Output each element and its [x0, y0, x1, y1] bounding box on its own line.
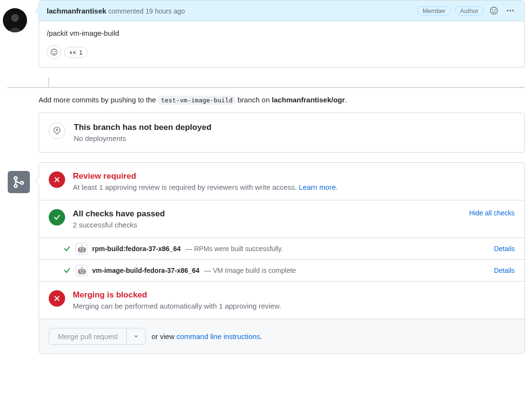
deploy-title: This branch has not been deployed — [74, 123, 211, 132]
svg-point-9 — [53, 51, 53, 52]
comment-body: /packit vm-image-build — [39, 21, 524, 45]
merge-dropdown-button[interactable] — [127, 328, 146, 345]
checks-sub: 2 successful checks — [73, 221, 165, 229]
author-avatar[interactable] — [3, 8, 27, 32]
timeline-connector — [48, 77, 532, 87]
check-success-icon — [63, 245, 71, 253]
git-merge-icon — [8, 171, 30, 193]
comment-action: commented — [108, 7, 143, 15]
svg-point-10 — [55, 51, 55, 52]
checks-title: All checks have passed — [73, 209, 165, 219]
learn-more-link[interactable]: Learn more. — [299, 183, 338, 191]
author-badge: Author — [455, 6, 484, 15]
repo-name: lachmanfrantisek/ogr — [272, 96, 345, 104]
smiley-icon[interactable] — [488, 4, 500, 17]
divider — [7, 87, 525, 88]
branch-name: test-vm-image-build — [158, 96, 236, 105]
period: . — [260, 332, 262, 340]
error-icon — [49, 290, 65, 307]
comment-time[interactable]: 19 hours ago — [146, 7, 185, 15]
blocked-sub: Merging can be performed automatically w… — [73, 302, 281, 310]
push-hint-suffix: . — [345, 96, 347, 104]
review-sub: At least 1 approving review is required … — [73, 183, 299, 191]
member-badge: Member — [417, 6, 451, 15]
checks-section: All checks have passed 2 successful chec… — [39, 200, 524, 238]
review-section: Review required At least 1 approving rev… — [39, 163, 524, 200]
svg-point-6 — [509, 10, 511, 11]
push-hint-mid: branch on — [235, 96, 272, 104]
check-name: vm-image-build-fedora-37-x86_64 — [92, 267, 200, 274]
check-success-icon — [63, 267, 71, 274]
kebab-menu-icon[interactable] — [504, 4, 517, 17]
check-desc: — VM Image build is complete — [205, 267, 296, 274]
deploy-card: This branch has not been deployed No dep… — [39, 113, 525, 153]
add-reaction-icon[interactable] — [47, 45, 61, 59]
review-title: Review required — [73, 171, 338, 181]
svg-point-12 — [14, 177, 17, 180]
check-row: 🤖 vm-image-build-fedora-37-x86_64 — VM I… — [39, 260, 524, 282]
success-icon — [49, 209, 65, 226]
comment-box: lachmanfrantisek commented 19 hours ago … — [39, 0, 525, 68]
bot-avatar-icon: 🤖 — [76, 265, 87, 276]
svg-point-11 — [56, 129, 57, 130]
eyes-reaction[interactable]: 👀 1 — [64, 47, 88, 58]
merge-pull-request-button[interactable]: Merge pull request — [49, 328, 127, 345]
blocked-section: Merging is blocked Merging can be perfor… — [39, 282, 524, 319]
eyes-emoji: 👀 — [69, 49, 77, 56]
or-view-text: or view — [151, 332, 177, 340]
push-hint: Add more commits by pushing to the test-… — [39, 96, 525, 104]
merge-card: Review required At least 1 approving rev… — [39, 162, 525, 354]
svg-point-8 — [51, 49, 57, 56]
svg-point-14 — [21, 182, 24, 184]
svg-point-3 — [492, 10, 493, 10]
chevron-down-icon — [134, 334, 138, 339]
cli-instructions-link[interactable]: command line instructions — [177, 332, 260, 340]
comment-header: lachmanfrantisek commented 19 hours ago … — [39, 0, 524, 21]
svg-point-7 — [512, 10, 514, 11]
bot-avatar-icon: 🤖 — [76, 243, 87, 255]
reaction-count: 1 — [79, 49, 82, 56]
svg-point-2 — [491, 7, 498, 14]
error-icon — [49, 171, 65, 188]
push-hint-prefix: Add more commits by pushing to the — [39, 96, 158, 104]
deploy-sub: No deployments — [74, 134, 211, 142]
merge-footer: Merge pull request or view command line … — [39, 319, 524, 354]
rocket-icon — [49, 123, 65, 139]
comment-author[interactable]: lachmanfrantisek — [47, 7, 106, 15]
check-details-link[interactable]: Details — [494, 245, 515, 253]
svg-point-4 — [495, 10, 495, 10]
check-name: rpm-build:fedora-37-x86_64 — [92, 245, 181, 253]
svg-point-5 — [507, 10, 508, 11]
svg-point-1 — [11, 14, 19, 22]
blocked-title: Merging is blocked — [73, 290, 281, 300]
svg-point-13 — [14, 184, 17, 187]
check-details-link[interactable]: Details — [494, 267, 515, 274]
check-desc: — RPMs were built successfully. — [186, 245, 283, 253]
check-row: 🤖 rpm-build:fedora-37-x86_64 — RPMs were… — [39, 238, 524, 260]
hide-checks-link[interactable]: Hide all checks — [469, 209, 515, 217]
